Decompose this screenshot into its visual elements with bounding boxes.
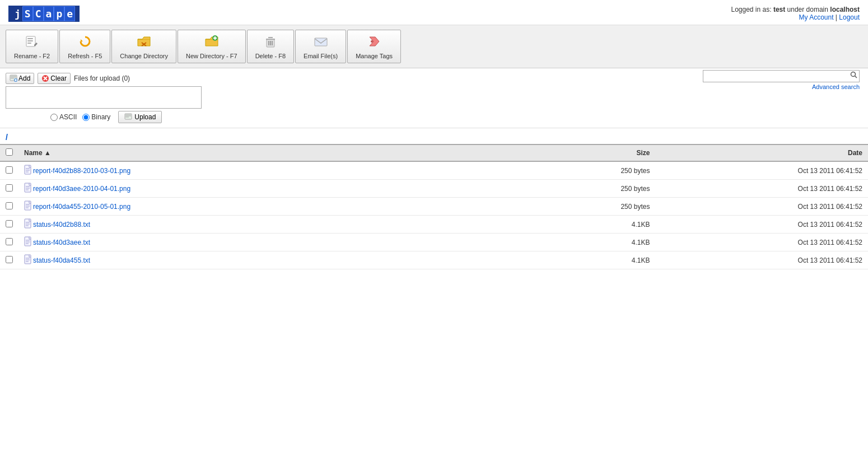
file-link-0[interactable]: report-f40d2b88-2010-03-01.png <box>33 167 130 175</box>
file-link-3[interactable]: status-f40d2b88.txt <box>33 221 90 228</box>
file-table: Name ▲ Size Date report-f40d2b88-2010-03… <box>0 144 868 269</box>
file-name-cell-1: report-f40d3aee-2010-04-01.png <box>18 180 486 198</box>
file-size-3: 4.1KB <box>486 216 656 234</box>
binary-radio-label[interactable]: Binary <box>82 113 110 121</box>
svg-marker-4 <box>81 39 83 41</box>
table-row: status-f40da455.txt4.1KBOct 13 2011 06:4… <box>0 251 868 269</box>
clear-label: Clear <box>50 74 67 82</box>
binary-label: Binary <box>91 113 110 121</box>
rename-button[interactable]: Rename - F2 <box>6 30 58 63</box>
table-row: status-f40d2b88.txt4.1KBOct 13 2011 06:4… <box>0 216 868 234</box>
domain-text: under domain <box>787 6 830 13</box>
content-wrapper: Rename - F2 Refresh - F5 Change Direct <box>0 25 868 269</box>
search-input[interactable] <box>703 70 860 82</box>
refresh-button[interactable]: Refresh - F5 <box>59 30 110 63</box>
new-directory-icon <box>204 34 220 52</box>
row-checkbox-1[interactable] <box>6 184 13 192</box>
svg-line-15 <box>855 76 857 78</box>
file-link-2[interactable]: report-f40da455-2010-05-01.png <box>33 203 130 211</box>
add-label: Add <box>18 74 30 82</box>
file-size-2: 250 bytes <box>486 198 656 216</box>
file-date-2: Oct 13 2011 06:41:52 <box>655 198 868 216</box>
row-checkbox-4[interactable] <box>6 238 13 245</box>
file-size-0: 250 bytes <box>486 161 656 180</box>
manage-tags-label: Manage Tags <box>356 53 393 59</box>
file-name-cell-5: status-f40da455.txt <box>18 251 486 269</box>
username: test <box>773 6 785 13</box>
row-checkbox-3[interactable] <box>6 220 13 227</box>
svg-rect-28 <box>25 183 31 192</box>
row-checkbox-0[interactable] <box>6 166 13 174</box>
svg-rect-2 <box>27 40 33 41</box>
file-size-1: 250 bytes <box>486 180 656 198</box>
email-files-button[interactable]: Email File(s) <box>295 30 346 63</box>
file-date-3: Oct 13 2011 06:41:52 <box>655 216 868 234</box>
file-size-5: 4.1KB <box>486 251 656 269</box>
table-row: report-f40da455-2010-05-01.png250 bytesO… <box>0 198 868 216</box>
ascii-radio-label[interactable]: ASCII <box>50 113 77 121</box>
svg-rect-36 <box>25 219 31 228</box>
svg-rect-40 <box>25 237 31 246</box>
row-checkbox-2[interactable] <box>6 202 13 209</box>
col-size-header: Size <box>486 144 656 161</box>
change-directory-label: Change Directory <box>120 53 168 59</box>
file-link-4[interactable]: status-f40d3aee.txt <box>33 239 90 246</box>
header-right: Logged in as: test under domain localhos… <box>731 6 860 21</box>
svg-rect-1 <box>27 38 33 39</box>
logged-in-text: Logged in as: <box>731 6 771 13</box>
email-icon <box>313 34 329 52</box>
file-icon-4 <box>24 236 33 248</box>
delete-label: Delete - F8 <box>255 53 286 59</box>
table-row: status-f40d3aee.txt4.1KBOct 13 2011 06:4… <box>0 234 868 251</box>
change-directory-button[interactable]: Change Directory <box>111 30 176 63</box>
table-row: report-f40d2b88-2010-03-01.png250 bytesO… <box>0 161 868 180</box>
file-list-area[interactable] <box>6 86 202 109</box>
ascii-label: ASCII <box>59 113 77 121</box>
file-link-5[interactable]: status-f40da455.txt <box>33 257 90 264</box>
file-name-cell-0: report-f40d2b88-2010-03-01.png <box>18 161 486 180</box>
svg-rect-3 <box>27 43 31 44</box>
file-icon-3 <box>24 218 33 230</box>
delete-button[interactable]: Delete - F8 <box>247 30 294 63</box>
file-date-1: Oct 13 2011 06:41:52 <box>655 180 868 198</box>
file-name-cell-2: report-f40da455-2010-05-01.png <box>18 198 486 216</box>
toolbar: Rename - F2 Refresh - F5 Change Direct <box>0 25 868 68</box>
file-size-4: 4.1KB <box>486 234 656 251</box>
manage-tags-button[interactable]: Manage Tags <box>347 30 401 63</box>
row-checkbox-5[interactable] <box>6 256 13 263</box>
domain: localhost <box>830 6 860 13</box>
file-icon-5 <box>24 254 33 266</box>
col-name-header: Name ▲ <box>18 144 486 161</box>
path-link[interactable]: / <box>6 133 8 142</box>
advanced-search-link[interactable]: Advanced search <box>812 83 860 90</box>
new-directory-label: New Directory - F7 <box>186 53 237 59</box>
logout-link[interactable]: Logout <box>839 13 860 21</box>
upload-label: Upload <box>134 113 156 121</box>
add-button[interactable]: Add <box>6 73 34 84</box>
manage-tags-icon <box>366 34 382 52</box>
ascii-radio[interactable] <box>50 114 58 121</box>
delete-icon <box>263 34 278 52</box>
refresh-icon <box>77 34 93 52</box>
search-area: Advanced search <box>703 70 860 90</box>
my-account-link[interactable]: My Account <box>799 13 833 21</box>
file-date-4: Oct 13 2011 06:41:52 <box>655 234 868 251</box>
file-table-body: report-f40d2b88-2010-03-01.png250 bytesO… <box>0 161 868 269</box>
file-icon-2 <box>24 200 33 212</box>
file-name-cell-3: status-f40d2b88.txt <box>18 216 486 234</box>
rename-label: Rename - F2 <box>14 53 50 59</box>
svg-rect-44 <box>25 255 31 264</box>
refresh-label: Refresh - F5 <box>68 53 102 59</box>
upload-button[interactable]: Upload <box>118 111 162 123</box>
binary-radio[interactable] <box>82 114 90 121</box>
search-button[interactable] <box>850 71 858 81</box>
clear-button[interactable]: Clear <box>38 73 71 84</box>
new-directory-button[interactable]: New Directory - F7 <box>178 30 246 63</box>
table-header-row: Name ▲ Size Date <box>0 144 868 161</box>
header: jSCape Logged in as: test under domain l… <box>0 0 868 25</box>
path-area: / <box>0 128 868 144</box>
file-link-1[interactable]: report-f40d3aee-2010-04-01.png <box>33 185 130 193</box>
logo: jSCape <box>8 6 80 22</box>
email-files-label: Email File(s) <box>304 53 338 59</box>
select-all-checkbox[interactable] <box>6 148 13 156</box>
